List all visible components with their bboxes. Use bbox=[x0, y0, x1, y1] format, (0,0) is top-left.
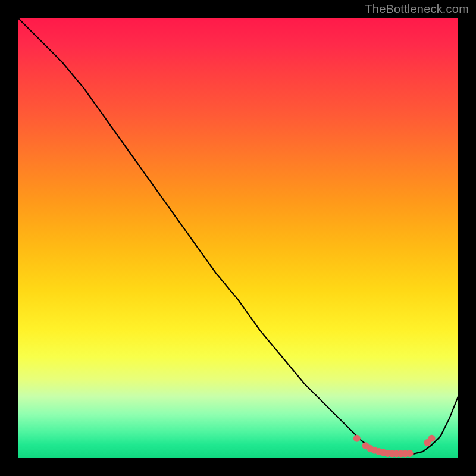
chart-dots bbox=[353, 435, 436, 458]
chart-container: TheBottleneck.com bbox=[0, 0, 476, 476]
valley-dot bbox=[428, 435, 436, 442]
plot-area bbox=[18, 18, 458, 458]
chart-line bbox=[18, 18, 458, 454]
valley-dot bbox=[353, 435, 361, 442]
watermark-label: TheBottleneck.com bbox=[365, 2, 469, 16]
chart-svg bbox=[18, 18, 458, 458]
curve-path bbox=[18, 18, 458, 454]
valley-dot bbox=[406, 450, 414, 457]
